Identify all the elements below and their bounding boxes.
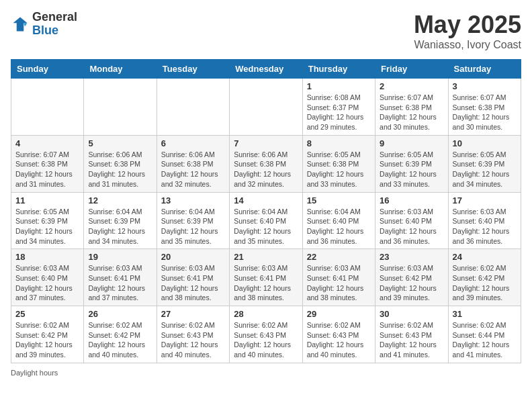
day-number: 8 <box>307 138 371 148</box>
calendar-cell: 16Sunrise: 6:03 AM Sunset: 6:40 PM Dayli… <box>375 192 448 249</box>
location: Waniasso, Ivory Coast <box>414 39 521 51</box>
day-number: 29 <box>307 309 371 319</box>
day-number: 21 <box>234 252 298 262</box>
calendar-cell <box>11 79 84 136</box>
calendar-cell <box>230 79 302 136</box>
day-number: 22 <box>307 252 371 262</box>
cell-content: Sunrise: 6:02 AM Sunset: 6:43 PM Dayligh… <box>380 320 443 360</box>
logo-icon <box>11 15 30 34</box>
calendar-cell: 22Sunrise: 6:03 AM Sunset: 6:41 PM Dayli… <box>302 249 375 306</box>
calendar-cell: 8Sunrise: 6:05 AM Sunset: 6:38 PM Daylig… <box>302 135 375 192</box>
day-number: 24 <box>453 252 517 262</box>
day-number: 9 <box>380 138 443 148</box>
title-block: May 2025 Waniasso, Ivory Coast <box>414 11 521 51</box>
calendar-cell: 27Sunrise: 6:02 AM Sunset: 6:43 PM Dayli… <box>157 306 229 363</box>
cell-content: Sunrise: 6:03 AM Sunset: 6:41 PM Dayligh… <box>234 263 298 303</box>
cell-content: Sunrise: 6:02 AM Sunset: 6:43 PM Dayligh… <box>234 320 298 360</box>
calendar-day-header: Wednesday <box>230 60 302 79</box>
month-title: May 2025 <box>414 11 521 39</box>
cell-content: Sunrise: 6:08 AM Sunset: 6:37 PM Dayligh… <box>307 93 371 132</box>
cell-content: Sunrise: 6:03 AM Sunset: 6:40 PM Dayligh… <box>453 207 517 246</box>
calendar-day-header: Tuesday <box>157 60 229 79</box>
day-number: 17 <box>453 195 517 205</box>
day-number: 25 <box>15 309 79 319</box>
day-number: 28 <box>234 309 298 319</box>
svg-marker-1 <box>24 23 27 26</box>
calendar-day-header: Sunday <box>11 60 84 79</box>
calendar-cell: 26Sunrise: 6:02 AM Sunset: 6:42 PM Dayli… <box>84 306 157 363</box>
cell-content: Sunrise: 6:05 AM Sunset: 6:39 PM Dayligh… <box>15 207 79 246</box>
calendar-day-header: Thursday <box>302 60 375 79</box>
day-number: 4 <box>15 138 79 148</box>
calendar-day-header: Friday <box>375 60 448 79</box>
cell-content: Sunrise: 6:03 AM Sunset: 6:42 PM Dayligh… <box>380 263 443 303</box>
day-number: 1 <box>307 81 371 91</box>
logo: General Blue <box>11 11 77 38</box>
cell-content: Sunrise: 6:03 AM Sunset: 6:41 PM Dayligh… <box>307 263 371 303</box>
cell-content: Sunrise: 6:06 AM Sunset: 6:38 PM Dayligh… <box>234 150 298 189</box>
day-number: 6 <box>161 138 225 148</box>
calendar-cell: 30Sunrise: 6:02 AM Sunset: 6:43 PM Dayli… <box>375 306 448 363</box>
calendar-table: SundayMondayTuesdayWednesdayThursdayFrid… <box>11 59 521 363</box>
day-number: 30 <box>380 309 443 319</box>
cell-content: Sunrise: 6:04 AM Sunset: 6:39 PM Dayligh… <box>161 207 225 246</box>
calendar-day-header: Monday <box>84 60 157 79</box>
day-number: 11 <box>15 195 79 205</box>
calendar-cell: 17Sunrise: 6:03 AM Sunset: 6:40 PM Dayli… <box>448 192 521 249</box>
legend: Daylight hours <box>11 369 521 377</box>
calendar-cell <box>84 79 157 136</box>
calendar-cell: 7Sunrise: 6:06 AM Sunset: 6:38 PM Daylig… <box>230 135 302 192</box>
calendar-cell: 24Sunrise: 6:02 AM Sunset: 6:42 PM Dayli… <box>448 249 521 306</box>
day-number: 16 <box>380 195 443 205</box>
calendar-week-row: 11Sunrise: 6:05 AM Sunset: 6:39 PM Dayli… <box>11 192 521 249</box>
calendar-cell: 20Sunrise: 6:03 AM Sunset: 6:41 PM Dayli… <box>157 249 229 306</box>
cell-content: Sunrise: 6:03 AM Sunset: 6:41 PM Dayligh… <box>88 263 152 303</box>
day-number: 20 <box>161 252 225 262</box>
calendar-cell: 3Sunrise: 6:07 AM Sunset: 6:38 PM Daylig… <box>448 79 521 136</box>
calendar-cell: 21Sunrise: 6:03 AM Sunset: 6:41 PM Dayli… <box>230 249 302 306</box>
cell-content: Sunrise: 6:03 AM Sunset: 6:41 PM Dayligh… <box>161 263 225 303</box>
day-number: 3 <box>453 81 517 91</box>
cell-content: Sunrise: 6:05 AM Sunset: 6:38 PM Dayligh… <box>307 150 371 189</box>
calendar-cell: 10Sunrise: 6:05 AM Sunset: 6:39 PM Dayli… <box>448 135 521 192</box>
calendar-cell: 29Sunrise: 6:02 AM Sunset: 6:43 PM Dayli… <box>302 306 375 363</box>
calendar-cell: 15Sunrise: 6:04 AM Sunset: 6:40 PM Dayli… <box>302 192 375 249</box>
day-number: 7 <box>234 138 298 148</box>
calendar-cell: 25Sunrise: 6:02 AM Sunset: 6:42 PM Dayli… <box>11 306 84 363</box>
day-number: 12 <box>88 195 152 205</box>
day-number: 26 <box>88 309 152 319</box>
cell-content: Sunrise: 6:04 AM Sunset: 6:40 PM Dayligh… <box>234 207 298 246</box>
cell-content: Sunrise: 6:04 AM Sunset: 6:40 PM Dayligh… <box>307 207 371 246</box>
cell-content: Sunrise: 6:06 AM Sunset: 6:38 PM Dayligh… <box>88 150 152 189</box>
day-number: 14 <box>234 195 298 205</box>
day-number: 18 <box>15 252 79 262</box>
cell-content: Sunrise: 6:04 AM Sunset: 6:39 PM Dayligh… <box>88 207 152 246</box>
cell-content: Sunrise: 6:02 AM Sunset: 6:42 PM Dayligh… <box>15 320 79 360</box>
calendar-cell: 2Sunrise: 6:07 AM Sunset: 6:38 PM Daylig… <box>375 79 448 136</box>
page-header: General Blue May 2025 Waniasso, Ivory Co… <box>11 11 521 51</box>
calendar-cell: 13Sunrise: 6:04 AM Sunset: 6:39 PM Dayli… <box>157 192 229 249</box>
calendar-cell: 6Sunrise: 6:06 AM Sunset: 6:38 PM Daylig… <box>157 135 229 192</box>
calendar-cell <box>157 79 229 136</box>
calendar-cell: 28Sunrise: 6:02 AM Sunset: 6:43 PM Dayli… <box>230 306 302 363</box>
calendar-week-row: 4Sunrise: 6:07 AM Sunset: 6:38 PM Daylig… <box>11 135 521 192</box>
calendar-header-row: SundayMondayTuesdayWednesdayThursdayFrid… <box>11 60 521 79</box>
calendar-cell: 4Sunrise: 6:07 AM Sunset: 6:38 PM Daylig… <box>11 135 84 192</box>
calendar-cell: 1Sunrise: 6:08 AM Sunset: 6:37 PM Daylig… <box>302 79 375 136</box>
day-number: 13 <box>161 195 225 205</box>
cell-content: Sunrise: 6:02 AM Sunset: 6:42 PM Dayligh… <box>88 320 152 360</box>
cell-content: Sunrise: 6:02 AM Sunset: 6:42 PM Dayligh… <box>453 263 517 303</box>
calendar-day-header: Saturday <box>448 60 521 79</box>
day-number: 31 <box>453 309 517 319</box>
cell-content: Sunrise: 6:07 AM Sunset: 6:38 PM Dayligh… <box>453 93 517 132</box>
cell-content: Sunrise: 6:06 AM Sunset: 6:38 PM Dayligh… <box>161 150 225 189</box>
calendar-cell: 12Sunrise: 6:04 AM Sunset: 6:39 PM Dayli… <box>84 192 157 249</box>
cell-content: Sunrise: 6:02 AM Sunset: 6:43 PM Dayligh… <box>307 320 371 360</box>
day-number: 10 <box>453 138 517 148</box>
day-number: 5 <box>88 138 152 148</box>
day-number: 2 <box>380 81 443 91</box>
cell-content: Sunrise: 6:05 AM Sunset: 6:39 PM Dayligh… <box>453 150 517 189</box>
calendar-cell: 23Sunrise: 6:03 AM Sunset: 6:42 PM Dayli… <box>375 249 448 306</box>
cell-content: Sunrise: 6:05 AM Sunset: 6:39 PM Dayligh… <box>380 150 443 189</box>
cell-content: Sunrise: 6:07 AM Sunset: 6:38 PM Dayligh… <box>380 93 443 132</box>
